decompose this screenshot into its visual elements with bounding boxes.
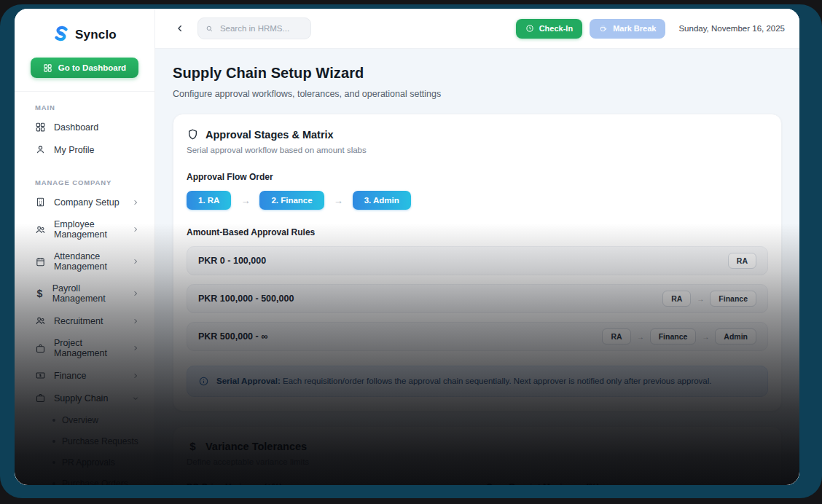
clock-icon bbox=[525, 24, 534, 33]
approval-card-subtitle: Serial approval workflow based on amount… bbox=[187, 146, 768, 154]
topbar: Check-In Mark Break Sunday, November 16,… bbox=[155, 9, 799, 49]
variance-card-subtitle: Define acceptable variance limits bbox=[187, 457, 768, 466]
go-to-dashboard-button[interactable]: Go to Dashboard bbox=[31, 58, 138, 78]
check-in-label: Check-In bbox=[539, 24, 573, 33]
sidebar-section-main: MAIN bbox=[15, 92, 154, 116]
users-icon bbox=[35, 315, 46, 326]
flow-step-finance[interactable]: 2. Finance bbox=[259, 191, 324, 210]
arrow-right-icon: → bbox=[697, 295, 704, 303]
sidebar-item-my-profile[interactable]: My Profile bbox=[15, 138, 154, 161]
user-icon bbox=[35, 144, 46, 155]
note-text-block: Serial Approval: Each requisition/order … bbox=[216, 375, 712, 387]
approver-badge: RA bbox=[662, 291, 691, 307]
sidebar-item-label: Company Setup bbox=[54, 197, 120, 208]
grid-icon bbox=[35, 122, 46, 133]
variance-fields: PO Price Variance (±%) Over-Receipt Maxi… bbox=[187, 482, 768, 485]
chevron-right-icon bbox=[131, 344, 140, 353]
arrow-right-icon: → bbox=[334, 195, 343, 206]
chevron-right-icon bbox=[131, 225, 140, 234]
sidebar-subitem-label: Overview bbox=[62, 415, 98, 425]
app-logo: Synclo bbox=[15, 25, 154, 45]
current-date: Sunday, November 16, 2025 bbox=[678, 24, 785, 33]
sidebar-item-label: Employee Management bbox=[54, 219, 123, 240]
sidebar-item-label: Dashboard bbox=[54, 122, 98, 133]
sidebar-item-label: Attendance Management bbox=[54, 251, 123, 272]
app-window: Synclo Go to Dashboard MAIN Dashb bbox=[15, 9, 799, 485]
building-icon bbox=[35, 197, 46, 208]
note-title: Serial Approval: bbox=[216, 377, 281, 385]
app-name: Synclo bbox=[75, 28, 117, 42]
approval-flow-order-label: Approval Flow Order bbox=[187, 172, 768, 182]
search-icon bbox=[206, 24, 214, 34]
back-button[interactable] bbox=[174, 23, 186, 34]
rule-approvers: RA → Finance bbox=[662, 291, 756, 307]
approval-rule-row: PKR 100,000 - 500,000 RA → Finance bbox=[187, 284, 768, 313]
chevron-right-icon bbox=[131, 289, 140, 298]
approval-rule-row: PKR 0 - 100,000 RA bbox=[187, 246, 768, 275]
check-in-button[interactable]: Check-In bbox=[516, 19, 582, 39]
coffee-icon bbox=[599, 24, 608, 33]
serial-approval-note: Serial Approval: Each requisition/order … bbox=[187, 366, 768, 397]
info-icon bbox=[198, 376, 209, 387]
approver-badge: RA bbox=[602, 328, 630, 344]
sidebar-subitem-label: PR Approvals bbox=[62, 457, 115, 468]
arrow-right-icon: → bbox=[702, 333, 709, 341]
rule-amount-range: PKR 0 - 100,000 bbox=[198, 256, 266, 266]
mark-break-label: Mark Break bbox=[613, 24, 656, 33]
flow-step-ra[interactable]: 1. RA bbox=[187, 191, 231, 210]
synclo-logo-icon bbox=[52, 25, 70, 45]
search-input[interactable] bbox=[219, 23, 303, 34]
chevron-left-icon bbox=[174, 23, 186, 34]
main-area: Check-In Mark Break Sunday, November 16,… bbox=[155, 9, 799, 485]
sidebar-subitem-pr-approvals[interactable]: PR Approvals bbox=[15, 452, 154, 473]
sidebar-subitem-overview[interactable]: Overview bbox=[15, 409, 154, 430]
approver-badge: Admin bbox=[715, 328, 756, 344]
sidebar-subitem-label: Purchase Requests bbox=[62, 436, 138, 446]
sidebar-item-label: Recruitment bbox=[54, 316, 103, 326]
over-receipt-maximum-label: Over-Receipt Maximum (%) bbox=[486, 482, 768, 485]
banknote-icon bbox=[35, 370, 46, 381]
approval-flow-order: 1. RA → 2. Finance → 3. Admin bbox=[187, 191, 768, 210]
rule-amount-range: PKR 500,000 - ∞ bbox=[198, 331, 267, 342]
bullet-icon bbox=[52, 440, 55, 443]
sidebar-item-label: Project Management bbox=[54, 338, 123, 358]
arrow-right-icon: → bbox=[637, 333, 644, 341]
page-title: Supply Chain Setup Wizard bbox=[173, 65, 782, 82]
sidebar-item-supply-chain[interactable]: Supply Chain bbox=[15, 387, 154, 409]
sidebar-item-label: Finance bbox=[54, 371, 86, 381]
sidebar-subitem-purchase-orders[interactable]: Purchase Orders bbox=[15, 473, 154, 485]
sidebar-item-label: Payroll Management bbox=[52, 283, 123, 304]
sidebar-item-finance[interactable]: Finance bbox=[15, 364, 154, 387]
bullet-icon bbox=[52, 461, 55, 464]
arrow-right-icon: → bbox=[240, 195, 250, 206]
approval-card-title: Approval Stages & Matrix bbox=[206, 129, 334, 141]
amount-rules-label: Amount-Based Approval Rules bbox=[187, 227, 768, 237]
sidebar-item-employee-management[interactable]: Employee Management bbox=[15, 213, 154, 245]
sidebar-item-attendance-management[interactable]: Attendance Management bbox=[15, 245, 154, 277]
search-box[interactable] bbox=[197, 17, 311, 39]
rule-approvers: RA bbox=[728, 253, 756, 269]
dollar-icon: $ bbox=[35, 288, 44, 299]
over-receipt-maximum-field: Over-Receipt Maximum (%) bbox=[486, 482, 768, 485]
shield-icon bbox=[187, 128, 199, 141]
sidebar: Synclo Go to Dashboard MAIN Dashb bbox=[15, 9, 155, 485]
chevron-right-icon bbox=[131, 371, 140, 380]
sidebar-item-project-management[interactable]: Project Management bbox=[15, 332, 154, 364]
approver-badge: RA bbox=[728, 253, 756, 269]
mark-break-button[interactable]: Mark Break bbox=[590, 19, 665, 39]
flow-step-admin[interactable]: 3. Admin bbox=[353, 191, 411, 210]
grid-icon bbox=[43, 63, 52, 73]
chevron-down-icon bbox=[131, 394, 140, 403]
go-to-dashboard-label: Go to Dashboard bbox=[58, 63, 126, 72]
approver-badge: Finance bbox=[650, 328, 697, 344]
approval-card-header: Approval Stages & Matrix bbox=[187, 128, 768, 141]
sidebar-subitem-purchase-requests[interactable]: Purchase Requests bbox=[15, 430, 154, 452]
sidebar-item-company-setup[interactable]: Company Setup bbox=[15, 191, 154, 213]
sidebar-item-payroll-management[interactable]: $ Payroll Management bbox=[15, 277, 154, 310]
rule-approvers: RA → Finance → Admin bbox=[602, 328, 756, 344]
dollar-icon: $ bbox=[187, 441, 199, 452]
variance-card-header: $ Variance Tolerances bbox=[187, 441, 768, 452]
sidebar-item-recruitment[interactable]: Recruitment bbox=[15, 310, 154, 332]
sidebar-item-dashboard[interactable]: Dashboard bbox=[15, 116, 154, 138]
users-icon bbox=[35, 224, 46, 235]
